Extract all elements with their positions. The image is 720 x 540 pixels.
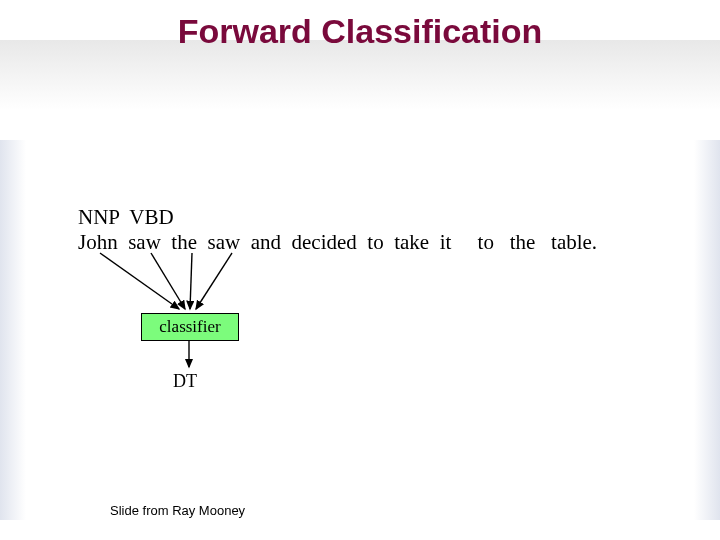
output-tag-dt: DT [173, 371, 197, 392]
word-table: table. [551, 230, 597, 254]
arrow-saw2-to-classifier [196, 253, 232, 309]
arrows-svg [0, 0, 720, 540]
word-to-2: to [478, 230, 494, 254]
tag-nnp: NNP [78, 205, 119, 229]
slide-credit: Slide from Ray Mooney [110, 503, 245, 518]
word-saw-2: saw [208, 230, 241, 254]
classifier-box: classifier [141, 313, 239, 341]
tag-vbd: VBD [129, 205, 173, 229]
pos-tags-row: NNP VBD [78, 205, 174, 230]
word-saw-1: saw [128, 230, 161, 254]
arrow-the-to-classifier [190, 253, 192, 309]
arrow-john-to-classifier [100, 253, 179, 309]
word-to-1: to [367, 230, 383, 254]
word-decided: decided [292, 230, 357, 254]
sentence-row: John saw the saw and decided to take it … [78, 230, 597, 255]
word-it: it [440, 230, 452, 254]
word-and: and [251, 230, 281, 254]
word-the-2: the [510, 230, 536, 254]
word-john: John [78, 230, 118, 254]
word-take: take [394, 230, 429, 254]
word-the-1: the [171, 230, 197, 254]
